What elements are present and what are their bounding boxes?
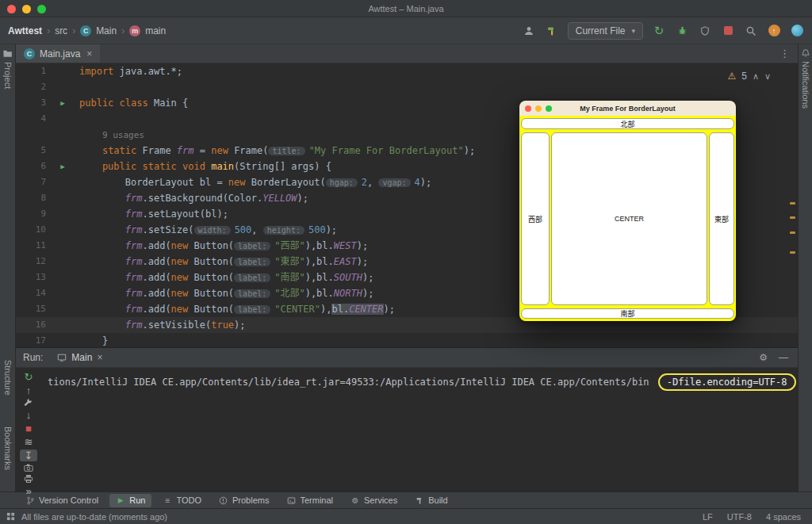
tool-window-tab-version-control[interactable]: Version Control — [19, 494, 105, 507]
editor-tab-main-java[interactable]: C Main.java × — [16, 44, 100, 63]
tool-window-tab-terminal[interactable]: Terminal — [280, 494, 339, 507]
debug-icon[interactable] — [675, 24, 689, 38]
next-problem-icon[interactable]: ∨ — [764, 68, 771, 84]
console-icon — [57, 353, 67, 362]
gutter-slot — [52, 270, 73, 285]
run-button[interactable]: ↻ — [652, 24, 666, 38]
tool-window-tab-label: Version Control — [39, 495, 98, 505]
close-tab-icon[interactable]: × — [97, 352, 102, 363]
code-line[interactable]: 17 } — [16, 333, 798, 347]
awt-east-button[interactable]: 東部 — [709, 132, 734, 305]
line-number: 1 — [16, 63, 52, 79]
bottom-tool-window-bar: Version Control▶Run≡TODOProblemsTerminal… — [0, 491, 812, 508]
tool-button-bookmarks[interactable]: Bookmarks — [0, 426, 15, 470]
tool-window-tab-todo[interactable]: ≡TODO — [156, 494, 208, 507]
build-hammer-icon[interactable] — [545, 24, 559, 38]
up-button[interactable]: ↑ — [20, 384, 37, 396]
main-toolbar: Awttest › src › C Main › m main Current … — [0, 17, 812, 44]
close-window-button[interactable] — [7, 5, 16, 13]
tool-window-switcher-icon[interactable] — [6, 512, 15, 521]
warning-stripe-mark[interactable] — [790, 216, 795, 219]
scroll-end-button[interactable]: ↧ — [20, 449, 37, 461]
problems-icon — [219, 496, 228, 505]
gutter-slot — [52, 79, 73, 95]
awt-center-button[interactable]: CENTER — [551, 132, 707, 305]
warning-stripe-mark[interactable] — [790, 202, 795, 205]
zoom-window-button[interactable] — [37, 5, 46, 13]
indent-indicator[interactable]: 4 spaces — [766, 512, 801, 522]
tool-button-project[interactable]: Project — [0, 44, 15, 89]
wrench-button[interactable] — [20, 398, 37, 407]
awt-west-button[interactable]: 西部 — [521, 132, 550, 305]
terminal-icon — [286, 495, 296, 505]
user-icon[interactable] — [522, 24, 536, 38]
code-text: public static void main(String[] args) { — [73, 159, 331, 174]
class-icon: C — [80, 25, 91, 36]
scroll-end-icon: ↧ — [25, 449, 33, 461]
soft-wrap-button[interactable]: ≋ — [20, 436, 37, 448]
down-button[interactable]: ↓ — [20, 409, 37, 421]
search-icon[interactable] — [744, 24, 758, 38]
warning-stripe-mark[interactable] — [790, 231, 795, 234]
status-bar: All files are up-to-date (moments ago) L… — [0, 508, 812, 524]
code-line[interactable]: 2 — [16, 79, 798, 95]
run-panel: Run: Main × ⚙ — ↻↑↓■≋↧» tions — [16, 347, 798, 491]
prev-problem-icon[interactable]: ∧ — [753, 68, 759, 84]
line-separator-indicator[interactable]: LF — [703, 512, 713, 522]
stop-button[interactable]: ■ — [20, 423, 37, 434]
breadcrumb-project[interactable]: Awttest — [8, 25, 42, 36]
code-line[interactable]: 1import java.awt.*; — [16, 63, 798, 79]
stop-icon[interactable] — [721, 24, 735, 38]
warning-stripe-mark[interactable] — [790, 251, 795, 254]
inspections-widget[interactable]: ⚠ 5 ∧ ∨ — [727, 68, 771, 84]
run-toolbar: ↻↑↓■≋↧» — [16, 368, 41, 491]
close-tab-icon[interactable]: × — [86, 48, 92, 59]
breadcrumb: Awttest › src › C Main › m main — [8, 25, 166, 36]
tool-button-notifications-label: Notifications — [801, 61, 810, 109]
line-number: 13 — [16, 270, 52, 285]
right-tool-stripe: Notifications — [798, 44, 812, 491]
hide-panel-icon[interactable]: — — [779, 352, 788, 363]
breadcrumb-class[interactable]: Main — [96, 25, 117, 36]
tool-window-tab-services[interactable]: ⚙Services — [344, 494, 404, 507]
coverage-icon[interactable] — [698, 24, 712, 38]
tool-window-tab-problems[interactable]: Problems — [213, 494, 275, 507]
run-configuration-select[interactable]: Current File ▾ — [568, 22, 643, 40]
tool-window-tab-run[interactable]: ▶Run — [109, 494, 151, 507]
line-number: 5 — [16, 143, 52, 159]
awt-north-button[interactable]: 北部 — [521, 118, 734, 129]
problems-icon — [219, 495, 228, 505]
status-message: All files are up-to-date (moments ago) — [21, 512, 167, 522]
tool-window-tab-label: Terminal — [300, 495, 333, 505]
camera-button[interactable] — [20, 463, 37, 472]
build-icon — [415, 495, 424, 505]
breadcrumb-src[interactable]: src — [55, 25, 67, 36]
todo-icon: ≡ — [163, 495, 172, 505]
gutter-slot — [52, 285, 73, 301]
tab-options-icon[interactable]: ⋮ — [772, 44, 798, 63]
run-console[interactable]: tions/IntelliJ IDEA CE.app/Contents/lib/… — [41, 368, 798, 491]
run-gutter-icon[interactable]: ▶ — [52, 95, 73, 111]
code-text — [73, 79, 79, 95]
awt-frame-window[interactable]: My Frame For BorderLayout 北部 西部 CENTER 東… — [519, 101, 736, 321]
line-number: 9 — [16, 206, 52, 222]
tool-window-tab-build[interactable]: Build — [408, 494, 454, 507]
print-button[interactable] — [20, 474, 37, 484]
encoding-indicator[interactable]: UTF-8 — [727, 512, 752, 522]
awt-south-button[interactable]: 南部 — [521, 308, 734, 319]
run-tab-main[interactable]: Main × — [50, 348, 109, 367]
branch-icon — [26, 496, 35, 505]
code-text: frm.setLayout(bl); — [73, 206, 228, 222]
update-icon[interactable]: ↑ — [767, 24, 781, 38]
rerun-button[interactable]: ↻ — [20, 371, 37, 383]
tool-button-structure[interactable]: Structure — [0, 360, 15, 396]
line-number: 12 — [16, 254, 52, 270]
breadcrumb-method[interactable]: main — [145, 25, 166, 36]
minimize-window-button[interactable] — [22, 5, 31, 13]
run-gutter-icon[interactable]: ▶ — [52, 159, 73, 174]
collab-icon[interactable] — [790, 24, 804, 38]
gear-icon[interactable]: ⚙ — [759, 352, 768, 363]
line-number: 7 — [16, 174, 52, 190]
tool-button-notifications[interactable]: Notifications — [799, 44, 812, 109]
run-tab-label: Main — [71, 352, 92, 363]
